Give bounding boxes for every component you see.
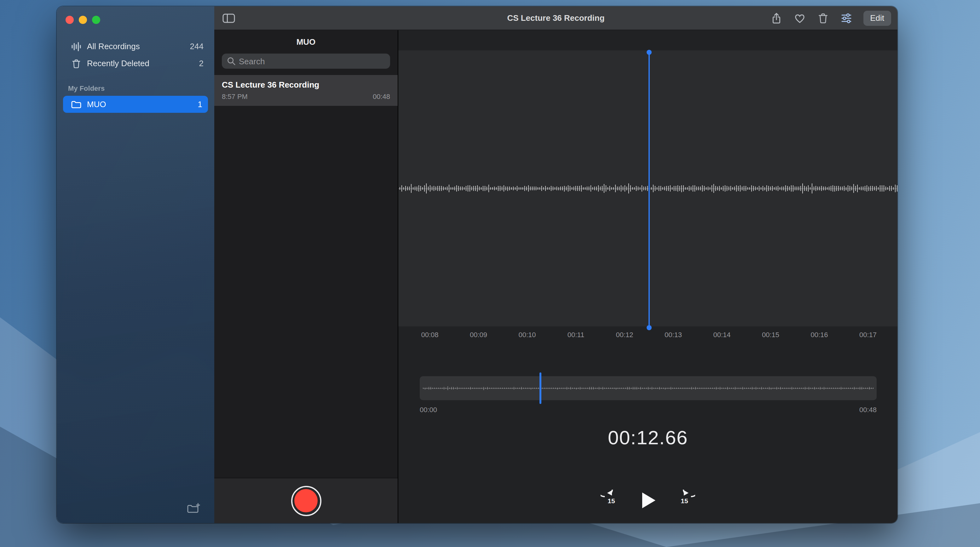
wave-tick [645,186,646,191]
sidebar-section-header: My Folders [57,72,214,96]
toggle-sidebar-button[interactable] [222,12,236,24]
wave-tick [655,186,655,191]
share-button[interactable] [770,12,783,24]
wave-tick [640,187,640,190]
wave-tick [827,187,827,190]
wave-tick [523,388,524,389]
playback-options-button[interactable] [840,12,853,24]
wave-tick [642,388,643,388]
wave-tick [724,388,724,389]
wave-tick [608,187,608,190]
wave-tick [786,388,786,388]
wave-tick [629,387,630,390]
wave-tick [666,186,667,191]
wave-tick [460,187,461,190]
wave-tick [693,387,694,389]
wave-tick [560,186,561,190]
wave-tick [867,185,867,191]
wave-tick [598,186,599,192]
waveform-region[interactable] [398,51,897,326]
wave-tick [749,187,750,190]
wave-tick [683,186,684,192]
wave-tick [767,387,768,389]
wave-tick [436,186,436,190]
wave-tick [855,186,856,191]
scrubber-position-indicator[interactable] [539,372,541,404]
minimize-window-button[interactable] [79,16,87,24]
recording-list-item[interactable]: CS Lecture 36 Recording 8:57 PM 00:48 [214,75,398,106]
delete-button[interactable] [816,12,829,24]
wave-tick [822,388,822,389]
search-icon [226,56,236,66]
sidebar-item-all-recordings[interactable]: All Recordings 244 [63,38,208,55]
wave-tick [650,388,651,389]
titlebar-actions: Edit [770,10,891,25]
wave-tick [678,388,679,389]
wave-tick [469,186,470,192]
record-button[interactable] [291,485,321,516]
wave-tick [601,387,601,389]
wave-tick [862,387,862,390]
wave-tick [886,186,886,190]
wave-tick [532,186,533,190]
wave-tick [570,186,570,191]
wave-tick [764,187,765,190]
wave-tick [563,388,563,388]
favorite-button[interactable] [793,12,806,24]
zoom-window-button[interactable] [92,16,100,24]
wave-tick [568,388,569,389]
wave-tick [716,387,717,390]
wave-tick [434,388,435,389]
titlebar[interactable]: CS Lecture 36 Recording [214,6,897,30]
wave-tick [542,388,542,388]
wave-tick [627,187,627,190]
wave-tick [485,186,485,191]
wave-tick [664,186,665,191]
wave-tick [706,388,707,389]
wave-tick [608,387,609,389]
search-input[interactable] [222,54,390,69]
play-button[interactable] [638,490,657,511]
timeline-label: 00:08 [421,331,438,339]
wave-tick [551,186,552,191]
desktop-wallpaper: All Recordings 244 Recently Deleted [0,0,980,547]
wave-tick [691,186,691,191]
new-folder-button[interactable] [186,503,200,515]
wave-tick [782,388,783,388]
skip-back-15-button[interactable]: 15 [601,490,622,511]
wave-tick [860,387,860,389]
wave-tick [526,187,527,190]
wave-tick [756,387,756,390]
wave-tick [508,186,508,191]
wave-tick [887,187,888,190]
wave-tick [552,388,552,389]
wave-tick [432,388,433,389]
edit-button[interactable]: Edit [863,10,891,25]
wave-tick [757,187,757,190]
wave-tick [834,186,835,191]
wave-tick [701,388,702,389]
wave-tick [455,388,456,389]
wave-tick [699,388,700,389]
overview-scrubber[interactable] [420,376,877,400]
wave-tick [593,387,594,390]
wave-tick [698,187,699,190]
wave-tick [510,388,511,389]
sidebar-folder-count: 1 [198,100,202,109]
wave-tick [513,186,514,190]
skip-forward-15-button[interactable]: 15 [674,490,695,511]
wave-tick [612,387,612,389]
sidebar-item-recently-deleted[interactable]: Recently Deleted 2 [63,55,208,72]
wave-tick [752,387,752,389]
sidebar-folder-muo[interactable]: MUO 1 [63,96,208,113]
wave-tick [759,186,759,191]
wave-tick [880,185,880,192]
wave-tick [746,186,746,191]
wave-tick [422,187,423,190]
playhead[interactable] [649,52,650,328]
close-window-button[interactable] [65,16,74,24]
wave-tick [884,186,884,191]
wave-tick [676,388,677,389]
wave-tick [641,185,642,191]
wave-tick [628,184,629,194]
